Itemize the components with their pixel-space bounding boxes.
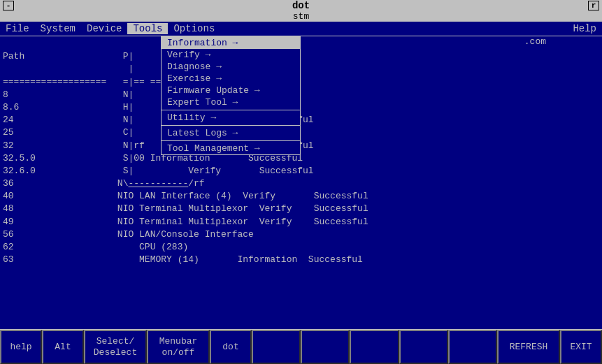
- menu-file[interactable]: File: [0, 23, 35, 34]
- status-spacer-1: [252, 330, 301, 364]
- window-subtitle: stm: [293, 11, 309, 22]
- menu-system[interactable]: System: [35, 23, 81, 34]
- window-title: dot: [14, 0, 588, 11]
- subtitle-bar: stm: [0, 11, 602, 22]
- window-minimize[interactable]: -: [3, 1, 14, 10]
- main-window: - dot r stm File System Device Tools Opt…: [0, 0, 602, 364]
- refresh-button[interactable]: REFRESH: [497, 330, 560, 364]
- domain-text: .com: [524, 36, 546, 47]
- menu-options[interactable]: Options: [168, 23, 220, 34]
- separator-1: [162, 110, 300, 110]
- menu-firmware[interactable]: Firmware Update →: [162, 85, 300, 96]
- menubar-toggle-button[interactable]: Menubar on/off: [147, 330, 210, 364]
- status-spacer-2: [301, 330, 350, 364]
- help-button[interactable]: help: [0, 330, 42, 364]
- menu-information[interactable]: Information →: [162, 37, 300, 49]
- menu-exercise[interactable]: Exercise →: [162, 73, 300, 85]
- dot-button[interactable]: dot: [210, 330, 252, 364]
- menu-tool-management[interactable]: Tool Management →: [162, 143, 300, 154]
- menu-tools[interactable]: Tools: [127, 23, 168, 34]
- status-spacer-4: [399, 330, 448, 364]
- tools-dropdown: Information → Verify → Diagnose → Exerci…: [161, 36, 301, 155]
- status-bar: help Alt Select/ Deselect Menubar on/off…: [0, 329, 602, 364]
- separator-2: [162, 125, 300, 126]
- status-spacer-3: [350, 330, 399, 364]
- right-panel: .com: [524, 36, 546, 47]
- title-bar: - dot r: [0, 0, 602, 11]
- menu-verify[interactable]: Verify →: [162, 49, 300, 61]
- menu-device[interactable]: Device: [81, 23, 127, 34]
- menu-bar: File System Device Tools Options Help: [0, 22, 602, 36]
- status-spacer-5: [448, 330, 497, 364]
- menu-expert[interactable]: Expert Tool →: [162, 96, 300, 108]
- menu-help[interactable]: Help: [567, 23, 602, 34]
- select-deselect-button[interactable]: Select/ Deselect: [84, 330, 147, 364]
- window-close[interactable]: r: [588, 1, 599, 10]
- exit-button[interactable]: EXIT: [560, 330, 602, 364]
- menu-diagnose[interactable]: Diagnose →: [162, 61, 300, 73]
- main-content: Path P| Last Last Op | Active Tool Statu…: [0, 36, 602, 329]
- alt-button[interactable]: Alt: [42, 330, 84, 364]
- menu-utility[interactable]: Utility →: [162, 112, 300, 124]
- menu-latest-logs[interactable]: Latest Logs →: [162, 127, 300, 139]
- separator-3: [162, 140, 300, 141]
- content-table: Path P| Last Last Op | Active Tool Statu…: [3, 38, 599, 279]
